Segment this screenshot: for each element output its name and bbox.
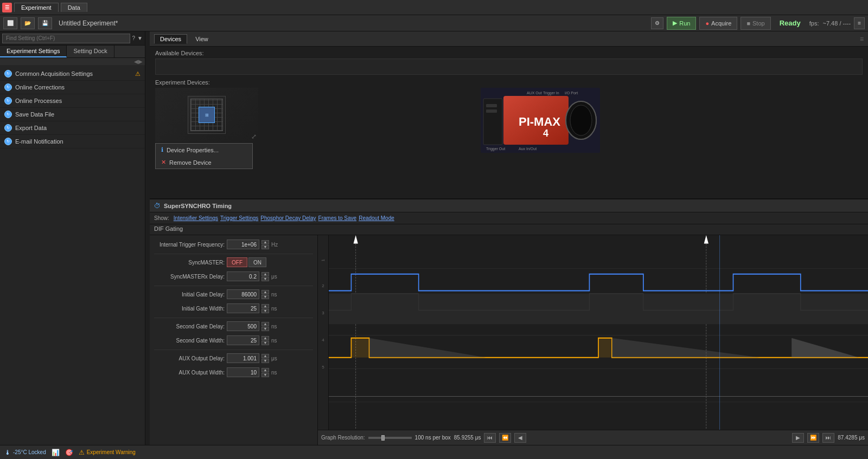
- initial-gate-delay-up[interactable]: ▲: [261, 290, 269, 294]
- initial-gate-width-down[interactable]: ▼: [261, 309, 269, 313]
- open-button[interactable]: 📂: [21, 17, 35, 29]
- warning-icon-common: ⚠: [135, 70, 141, 77]
- syncmaster-delay-up[interactable]: ▲: [261, 272, 269, 276]
- svg-text:I/O Port: I/O Port: [565, 91, 578, 95]
- nav-next-fast-btn[interactable]: ⏩: [807, 433, 819, 443]
- trigger-freq-input[interactable]: [227, 240, 259, 249]
- save-button[interactable]: 💾: [38, 17, 52, 29]
- setting-item-processes[interactable]: ↻ Online Processes: [0, 94, 145, 108]
- link-trigger[interactable]: Trigger Settings: [220, 215, 258, 221]
- nav-first-btn[interactable]: ⏮: [484, 433, 496, 443]
- second-gate-delay-input[interactable]: [227, 321, 259, 331]
- resize-handle[interactable]: [145, 31, 150, 445]
- setting-item-email[interactable]: ↻ E-mail Notification: [0, 135, 145, 148]
- svg-point-12: [570, 105, 592, 135]
- nav-last-btn[interactable]: ⏭: [822, 433, 834, 443]
- setting-item-export[interactable]: ↻ Export Data: [0, 121, 145, 135]
- link-phosphor[interactable]: Phosphor Decay Delay: [260, 215, 316, 221]
- fps-display: fps: ~7.48 / ----: [809, 20, 851, 27]
- time-left-label: 85.9255 μs: [454, 435, 481, 441]
- device-resize-icon[interactable]: ⤢: [251, 133, 257, 140]
- aux-output-width-down[interactable]: ▼: [261, 373, 269, 377]
- device-grid-inner: ⊞: [199, 107, 215, 123]
- timing-content: Internal Trigger Frequency: ▲ ▼ Hz SyncM…: [150, 235, 868, 445]
- status-bar: 🌡 -25°C Locked 📊 🎯 ⚠ Experiment Warning: [0, 445, 868, 459]
- syncmaster-on-btn[interactable]: ON: [248, 257, 266, 267]
- second-gate-width-input[interactable]: [227, 335, 259, 345]
- chart-icon-btn[interactable]: 📊: [52, 449, 60, 456]
- ctx-remove[interactable]: ✕ Remove Device: [156, 156, 252, 169]
- second-gate-width-down[interactable]: ▼: [261, 341, 269, 345]
- resolution-slider[interactable]: [368, 437, 412, 439]
- nav-prev-fast-btn[interactable]: ⏪: [499, 433, 511, 443]
- tab-data[interactable]: Data: [61, 3, 87, 12]
- aux-output-delay-up[interactable]: ▲: [261, 354, 269, 358]
- svg-rect-25: [329, 294, 868, 324]
- link-intensifier[interactable]: Intensifier Settings: [174, 215, 218, 221]
- initial-gate-delay-row: Initial Gate Delay: ▲ ▼ ns: [154, 289, 313, 299]
- find-setting-input[interactable]: [2, 34, 130, 43]
- panel-scroll-right[interactable]: ≡: [860, 35, 864, 43]
- svg-rect-15: [329, 235, 868, 430]
- channel-5-label: 5: [322, 365, 324, 370]
- setting-item-save[interactable]: ↻ Save Data File: [0, 108, 145, 121]
- tab-devices[interactable]: Devices: [154, 34, 187, 44]
- setting-item-corrections[interactable]: ↻ Online Corrections: [0, 81, 145, 94]
- tab-setting-dock[interactable]: Setting Dock: [67, 46, 114, 57]
- tab-view[interactable]: View: [189, 34, 214, 44]
- second-gate-delay-down[interactable]: ▼: [261, 327, 269, 331]
- initial-gate-width-up[interactable]: ▲: [261, 304, 269, 308]
- tab-experiment-settings[interactable]: Experiment Settings: [0, 46, 67, 57]
- trigger-freq-down[interactable]: ▼: [261, 245, 269, 249]
- trigger-freq-label: Internal Trigger Frequency:: [154, 242, 225, 248]
- initial-gate-delay-input[interactable]: [227, 289, 259, 299]
- tab-experiment[interactable]: Experiment: [14, 3, 59, 12]
- syncmaster-delay-input[interactable]: [227, 271, 259, 281]
- find-help-button[interactable]: ?: [132, 35, 136, 41]
- temperature-label: -25°C Locked: [13, 449, 46, 455]
- aux-output-width-up[interactable]: ▲: [261, 368, 269, 372]
- svg-text:PI-MAX: PI-MAX: [519, 115, 560, 128]
- syncmaster-row: SyncMASTER: OFF ON: [154, 257, 313, 267]
- open-icon: 📂: [24, 20, 31, 26]
- svg-marker-28: [598, 338, 612, 358]
- acquire-button[interactable]: ● Acquire: [699, 17, 737, 30]
- gating-label: DIF Gating: [150, 224, 868, 235]
- initial-gate-delay-down[interactable]: ▼: [261, 295, 269, 299]
- aux-output-delay-input[interactable]: [227, 353, 259, 363]
- trigger-freq-up[interactable]: ▲: [261, 240, 269, 244]
- link-readout[interactable]: Readout Mode: [359, 215, 394, 221]
- syncmaster-off-btn[interactable]: OFF: [227, 257, 247, 267]
- expand-icon[interactable]: ▶: [138, 59, 143, 64]
- nav-prev-btn[interactable]: ◀: [514, 433, 526, 443]
- initial-gate-width-input[interactable]: [227, 303, 259, 313]
- settings-button[interactable]: ⚙: [651, 17, 663, 29]
- pimax-device[interactable]: AUX Out Trigger In I/O Port PI-MAX: [481, 88, 600, 154]
- setting-item-common[interactable]: ↻ Common Acquisition Settings ⚠: [0, 67, 145, 81]
- aux-output-width-input[interactable]: [227, 367, 259, 377]
- syncmaster-delay-down[interactable]: ▼: [261, 277, 269, 281]
- nav-next-btn[interactable]: ▶: [792, 433, 804, 443]
- aux-output-delay-down[interactable]: ▼: [261, 359, 269, 363]
- collapse-icon[interactable]: ◀: [134, 59, 138, 64]
- device-card-main[interactable]: ⊞ ⤢: [155, 88, 258, 142]
- target-icon-btn[interactable]: 🎯: [65, 449, 73, 456]
- setting-circle-corrections: ↻: [4, 83, 12, 91]
- stop-button[interactable]: ■ Stop: [741, 17, 770, 30]
- graph-bottom-bar: Graph Resolution: 100 ns per box 85.9255…: [318, 430, 868, 445]
- menu-button[interactable]: ≡: [854, 17, 865, 29]
- svg-text:AUX Out: AUX Out: [527, 91, 542, 95]
- find-dropdown-icon[interactable]: ▼: [137, 35, 143, 41]
- ctx-properties[interactable]: ℹ Device Properties...: [156, 144, 252, 156]
- setting-label-email: E-mail Notification: [15, 138, 141, 145]
- svg-text:4: 4: [543, 128, 548, 139]
- link-frames[interactable]: Frames to Save: [318, 215, 357, 221]
- second-gate-width-up[interactable]: ▲: [261, 336, 269, 340]
- run-button[interactable]: ▶ Run: [667, 17, 696, 30]
- syncmaster-delay-unit: μs: [271, 274, 277, 280]
- warning-icon: ⚠: [79, 449, 85, 456]
- timing-graph[interactable]: [329, 235, 868, 430]
- remove-icon: ✕: [161, 159, 166, 166]
- second-gate-delay-up[interactable]: ▲: [261, 322, 269, 326]
- new-button[interactable]: ⬜: [3, 17, 17, 29]
